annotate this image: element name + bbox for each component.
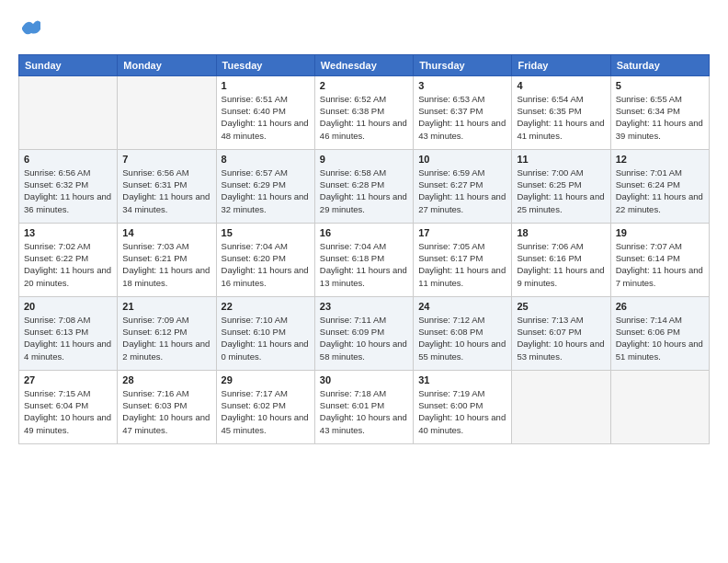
calendar-cell: 24 Sunrise: 7:12 AMSunset: 6:08 PMDaylig… — [414, 296, 512, 370]
day-number: 4 — [517, 80, 605, 91]
day-number: 8 — [222, 154, 310, 165]
calendar-cell: 21 Sunrise: 7:09 AMSunset: 6:12 PMDaylig… — [118, 296, 216, 370]
calendar-cell: 9 Sunrise: 6:58 AMSunset: 6:28 PMDayligh… — [314, 149, 413, 223]
day-detail: Sunrise: 7:17 AMSunset: 6:02 PMDaylight:… — [222, 387, 310, 436]
column-header-monday: Monday — [118, 54, 216, 75]
calendar-cell: 22 Sunrise: 7:10 AMSunset: 6:10 PMDaylig… — [216, 296, 314, 370]
day-detail: Sunrise: 7:13 AMSunset: 6:07 PMDaylight:… — [517, 314, 605, 362]
day-detail: Sunrise: 7:04 AMSunset: 6:18 PMDaylight:… — [320, 240, 408, 289]
day-number: 9 — [320, 154, 408, 165]
calendar-cell: 12 Sunrise: 7:01 AMSunset: 6:24 PMDaylig… — [610, 149, 709, 223]
calendar-cell: 4 Sunrise: 6:54 AMSunset: 6:35 PMDayligh… — [512, 75, 610, 149]
day-number: 29 — [222, 374, 310, 385]
day-number: 30 — [320, 374, 408, 385]
calendar-cell: 16 Sunrise: 7:04 AMSunset: 6:18 PMDaylig… — [314, 223, 413, 296]
calendar-cell: 29 Sunrise: 7:17 AMSunset: 6:02 PMDaylig… — [216, 370, 314, 443]
day-number: 27 — [24, 374, 112, 385]
calendar-cell — [19, 75, 118, 149]
day-detail: Sunrise: 6:58 AMSunset: 6:28 PMDaylight:… — [320, 167, 408, 215]
calendar-cell: 27 Sunrise: 7:15 AMSunset: 6:04 PMDaylig… — [19, 370, 118, 443]
day-detail: Sunrise: 6:59 AMSunset: 6:27 PMDaylight:… — [418, 167, 506, 215]
calendar-cell: 14 Sunrise: 7:03 AMSunset: 6:21 PMDaylig… — [118, 223, 216, 296]
column-header-wednesday: Wednesday — [314, 54, 413, 75]
calendar-week-5: 27 Sunrise: 7:15 AMSunset: 6:04 PMDaylig… — [19, 370, 710, 443]
day-number: 13 — [24, 227, 112, 238]
day-number: 3 — [418, 80, 506, 91]
day-number: 31 — [418, 374, 506, 385]
day-number: 22 — [222, 301, 310, 312]
day-detail: Sunrise: 6:51 AMSunset: 6:40 PMDaylight:… — [222, 93, 310, 142]
day-detail: Sunrise: 6:55 AMSunset: 6:34 PMDaylight:… — [616, 93, 704, 142]
day-detail: Sunrise: 7:06 AMSunset: 6:16 PMDaylight:… — [517, 240, 605, 289]
day-detail: Sunrise: 7:00 AMSunset: 6:25 PMDaylight:… — [517, 167, 605, 215]
day-detail: Sunrise: 7:15 AMSunset: 6:04 PMDaylight:… — [24, 387, 112, 436]
day-detail: Sunrise: 6:56 AMSunset: 6:32 PMDaylight:… — [24, 167, 112, 215]
calendar-cell — [610, 370, 709, 443]
calendar-cell: 19 Sunrise: 7:07 AMSunset: 6:14 PMDaylig… — [610, 223, 709, 296]
day-detail: Sunrise: 7:09 AMSunset: 6:12 PMDaylight:… — [122, 314, 210, 362]
calendar-cell: 26 Sunrise: 7:14 AMSunset: 6:06 PMDaylig… — [610, 296, 709, 370]
calendar-cell: 11 Sunrise: 7:00 AMSunset: 6:25 PMDaylig… — [512, 149, 610, 223]
calendar-cell — [512, 370, 610, 443]
calendar-cell: 31 Sunrise: 7:19 AMSunset: 6:00 PMDaylig… — [414, 370, 512, 443]
calendar-cell: 5 Sunrise: 6:55 AMSunset: 6:34 PMDayligh… — [610, 75, 709, 149]
day-number: 16 — [320, 227, 408, 238]
day-number: 17 — [418, 227, 506, 238]
day-number: 11 — [517, 154, 605, 165]
day-detail: Sunrise: 7:14 AMSunset: 6:06 PMDaylight:… — [616, 314, 704, 362]
calendar-cell: 28 Sunrise: 7:16 AMSunset: 6:03 PMDaylig… — [118, 370, 216, 443]
day-detail: Sunrise: 7:05 AMSunset: 6:17 PMDaylight:… — [418, 240, 506, 289]
day-number: 15 — [222, 227, 310, 238]
calendar-cell: 25 Sunrise: 7:13 AMSunset: 6:07 PMDaylig… — [512, 296, 610, 370]
day-detail: Sunrise: 6:53 AMSunset: 6:37 PMDaylight:… — [418, 93, 506, 142]
day-detail: Sunrise: 7:11 AMSunset: 6:09 PMDaylight:… — [320, 314, 408, 362]
day-detail: Sunrise: 6:56 AMSunset: 6:31 PMDaylight:… — [122, 167, 210, 215]
column-header-tuesday: Tuesday — [216, 54, 314, 75]
day-detail: Sunrise: 7:08 AMSunset: 6:13 PMDaylight:… — [24, 314, 112, 362]
day-detail: Sunrise: 7:07 AMSunset: 6:14 PMDaylight:… — [616, 240, 704, 289]
calendar-cell: 20 Sunrise: 7:08 AMSunset: 6:13 PMDaylig… — [19, 296, 118, 370]
column-header-thursday: Thursday — [414, 54, 512, 75]
day-number: 10 — [418, 154, 506, 165]
calendar-cell: 13 Sunrise: 7:02 AMSunset: 6:22 PMDaylig… — [19, 223, 118, 296]
day-number: 26 — [616, 301, 704, 312]
day-detail: Sunrise: 7:16 AMSunset: 6:03 PMDaylight:… — [122, 387, 210, 436]
calendar-cell: 3 Sunrise: 6:53 AMSunset: 6:37 PMDayligh… — [414, 75, 512, 149]
calendar-cell: 7 Sunrise: 6:56 AMSunset: 6:31 PMDayligh… — [118, 149, 216, 223]
day-detail: Sunrise: 7:19 AMSunset: 6:00 PMDaylight:… — [418, 387, 506, 436]
calendar-cell: 15 Sunrise: 7:04 AMSunset: 6:20 PMDaylig… — [216, 223, 314, 296]
day-number: 12 — [616, 154, 704, 165]
calendar-table: SundayMondayTuesdayWednesdayThursdayFrid… — [18, 54, 710, 444]
calendar-cell — [118, 75, 216, 149]
calendar-cell: 8 Sunrise: 6:57 AMSunset: 6:29 PMDayligh… — [216, 149, 314, 223]
column-header-friday: Friday — [512, 54, 610, 75]
day-number: 19 — [616, 227, 704, 238]
day-detail: Sunrise: 6:52 AMSunset: 6:38 PMDaylight:… — [320, 93, 408, 142]
day-number: 5 — [616, 80, 704, 91]
calendar-week-2: 6 Sunrise: 6:56 AMSunset: 6:32 PMDayligh… — [19, 149, 710, 223]
day-number: 2 — [320, 80, 408, 91]
calendar-cell: 30 Sunrise: 7:18 AMSunset: 6:01 PMDaylig… — [314, 370, 413, 443]
logo-text — [18, 18, 42, 45]
calendar-cell: 1 Sunrise: 6:51 AMSunset: 6:40 PMDayligh… — [216, 75, 314, 149]
calendar-cell: 17 Sunrise: 7:05 AMSunset: 6:17 PMDaylig… — [414, 223, 512, 296]
calendar-cell: 10 Sunrise: 6:59 AMSunset: 6:27 PMDaylig… — [414, 149, 512, 223]
day-number: 21 — [122, 301, 210, 312]
logo-icon — [20, 17, 42, 39]
column-header-saturday: Saturday — [610, 54, 709, 75]
calendar-week-3: 13 Sunrise: 7:02 AMSunset: 6:22 PMDaylig… — [19, 223, 710, 296]
column-header-sunday: Sunday — [19, 54, 118, 75]
day-number: 24 — [418, 301, 506, 312]
day-number: 18 — [517, 227, 605, 238]
day-number: 28 — [122, 374, 210, 385]
day-detail: Sunrise: 7:10 AMSunset: 6:10 PMDaylight:… — [222, 314, 310, 362]
day-detail: Sunrise: 7:03 AMSunset: 6:21 PMDaylight:… — [122, 240, 210, 289]
day-detail: Sunrise: 6:57 AMSunset: 6:29 PMDaylight:… — [222, 167, 310, 215]
calendar-week-1: 1 Sunrise: 6:51 AMSunset: 6:40 PMDayligh… — [19, 75, 710, 149]
calendar-cell: 2 Sunrise: 6:52 AMSunset: 6:38 PMDayligh… — [314, 75, 413, 149]
calendar-cell: 23 Sunrise: 7:11 AMSunset: 6:09 PMDaylig… — [314, 296, 413, 370]
calendar-week-4: 20 Sunrise: 7:08 AMSunset: 6:13 PMDaylig… — [19, 296, 710, 370]
day-number: 20 — [24, 301, 112, 312]
calendar-cell: 18 Sunrise: 7:06 AMSunset: 6:16 PMDaylig… — [512, 223, 610, 296]
day-detail: Sunrise: 6:54 AMSunset: 6:35 PMDaylight:… — [517, 93, 605, 142]
